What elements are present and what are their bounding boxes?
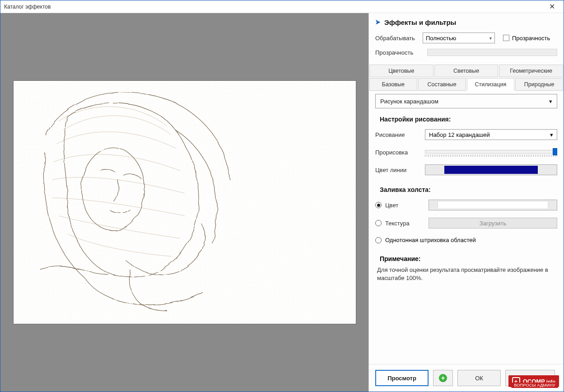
mono-hatch-radio[interactable] [375,237,382,243]
tab-composite[interactable]: Составные [418,78,466,91]
watermark: + OCOMP.info ВОПРОСЫ АДМИНУ [508,375,559,387]
effect-value: Рисунок карандашом [380,98,438,105]
line-color-field[interactable] [425,164,557,175]
close-icon[interactable]: ✕ [544,0,560,13]
tab-stylization[interactable]: Стилизация [467,78,515,91]
texture-radio[interactable] [375,220,382,226]
drawing-preset-value: Набор 12 карандашей [429,131,490,138]
preview-area [0,13,368,392]
detail-slider[interactable] [425,147,557,157]
add-button[interactable]: + [433,370,453,386]
app-window: Каталог эффектов ✕ [0,0,564,392]
window-title: Каталог эффектов [4,4,544,10]
canvas-group-title: Заливка холста: [369,179,564,196]
drawing-preset-select[interactable]: Набор 12 карандашей ▾ [425,129,557,140]
effect-select[interactable]: Рисунок карандашом ▾ [375,94,557,108]
category-tabs: Цветовые Световые Геометрические Базовые… [369,64,564,91]
transparency-check-label: Прозрачность [512,35,550,42]
line-color-label: Цвет линии [375,167,425,173]
transparency-label: Прозрачность [375,49,423,56]
note-title: Примечание: [369,248,564,264]
preview-button[interactable]: Просмотр [375,370,429,386]
tab-basic[interactable]: Базовые [369,78,417,91]
chevron-down-icon: ▾ [489,36,492,41]
color-radio-label: Цвет [385,202,429,209]
transparency-checkbox[interactable] [503,35,509,41]
expand-icon[interactable]: ⮞ [375,19,381,26]
slider-thumb[interactable] [553,148,557,155]
canvas-color-field[interactable] [429,200,557,210]
ok-button[interactable]: ОК [457,370,501,386]
side-panel: ⮞ Эффекты и фильтры Обрабатывать Полност… [368,13,564,392]
panel-title: Эффекты и фильтры [384,19,456,26]
texture-radio-label: Текстура [385,220,429,227]
load-texture-button[interactable]: Загрузить [429,218,557,229]
mono-hatch-label: Однотонная штриховка областей [385,237,476,243]
canvas-color-swatch [438,201,549,209]
tab-nature[interactable]: Природные [515,78,563,91]
tab-geometric[interactable]: Геометрические [499,65,563,77]
transparency-slider[interactable] [427,49,557,56]
drawing-label: Рисование [375,131,425,138]
titlebar: Каталог эффектов ✕ [0,0,564,13]
note-text: Для точной оценки результата просматрива… [369,264,564,287]
line-color-swatch [444,166,538,174]
chevron-down-icon: ▾ [550,131,553,138]
preview-image [13,80,356,324]
svg-rect-1 [14,81,356,324]
process-select[interactable]: Полностью ▾ [423,33,495,43]
color-radio[interactable] [375,202,382,208]
chevron-down-icon: ▾ [549,98,552,105]
tab-color[interactable]: Цветовые [369,65,433,77]
tab-light[interactable]: Световые [434,65,499,77]
plus-icon: + [439,374,447,382]
detail-label: Прорисовка [375,149,425,156]
process-label: Обрабатывать [375,35,423,42]
drawing-group-title: Настройки рисования: [369,108,564,126]
process-value: Полностью [426,35,456,42]
